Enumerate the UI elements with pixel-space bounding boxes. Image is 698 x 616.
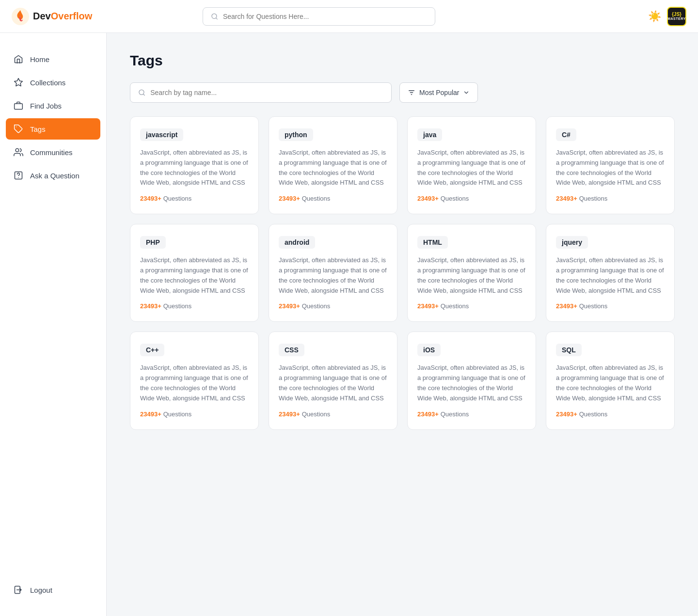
tag-count: 23493+ Questions xyxy=(140,302,249,310)
tag-card[interactable]: iOS JavaScript, often abbreviated as JS,… xyxy=(407,332,536,429)
tag-count-number: 23493+ xyxy=(556,411,577,418)
global-search[interactable] xyxy=(203,7,435,26)
tag-count: 23493+ Questions xyxy=(556,411,665,418)
tag-count-number: 23493+ xyxy=(417,411,439,418)
sidebar-nav: Home Collections Find Jobs xyxy=(0,48,106,579)
tag-card[interactable]: C++ JavaScript, often abbreviated as JS,… xyxy=(130,332,259,429)
js-mastery-badge: {JS} MASTERY xyxy=(667,7,686,26)
tag-count-number: 23493+ xyxy=(140,302,161,310)
page-title: Tags xyxy=(130,52,675,69)
briefcase-icon xyxy=(14,101,23,111)
tag-card[interactable]: jquery JavaScript, often abbreviated as … xyxy=(546,224,675,322)
sidebar-item-tags-label: Tags xyxy=(30,125,46,133)
sidebar-item-logout-label: Logout xyxy=(30,586,52,594)
tag-count-label: Questions xyxy=(302,411,331,418)
tag-count-label: Questions xyxy=(441,411,469,418)
tag-count: 23493+ Questions xyxy=(279,302,387,310)
tag-count: 23493+ Questions xyxy=(279,411,387,418)
star-icon xyxy=(14,78,23,87)
tag-card[interactable]: javascript JavaScript, often abbreviated… xyxy=(130,116,259,214)
logo-overflow: Overflow xyxy=(51,11,93,21)
layout: Home Collections Find Jobs xyxy=(0,0,698,616)
tag-name: python xyxy=(279,128,313,141)
tag-count: 23493+ Questions xyxy=(556,302,665,310)
tag-card[interactable]: python JavaScript, often abbreviated as … xyxy=(269,116,397,214)
tag-search-input[interactable] xyxy=(150,89,383,96)
sidebar-item-ask-question[interactable]: Ask a Question xyxy=(6,165,100,186)
tag-count-label: Questions xyxy=(163,302,192,310)
tag-name: C++ xyxy=(140,344,164,356)
sidebar-item-home[interactable]: Home xyxy=(6,48,100,70)
theme-toggle-icon[interactable]: ☀️ xyxy=(648,10,661,23)
tag-count: 23493+ Questions xyxy=(279,195,387,202)
tag-count-label: Questions xyxy=(579,195,608,202)
tag-count-number: 23493+ xyxy=(279,411,300,418)
svg-point-6 xyxy=(16,149,19,152)
tag-name: java xyxy=(417,128,442,141)
tag-name: SQL xyxy=(556,344,582,356)
sidebar-item-find-jobs-label: Find Jobs xyxy=(30,102,62,110)
chevron-down-icon xyxy=(463,89,470,96)
tag-count-number: 23493+ xyxy=(556,195,577,202)
tag-name: HTML xyxy=(417,236,448,249)
tag-card[interactable]: PHP JavaScript, often abbreviated as JS,… xyxy=(130,224,259,322)
tag-icon xyxy=(14,124,23,134)
tag-description: JavaScript, often abbreviated as JS, is … xyxy=(417,148,526,188)
home-icon xyxy=(14,54,23,64)
logo[interactable]: DevOverflow xyxy=(12,8,92,25)
svg-line-12 xyxy=(143,94,145,95)
tag-description: JavaScript, often abbreviated as JS, is … xyxy=(556,363,665,403)
tag-count-label: Questions xyxy=(441,195,469,202)
sidebar-item-collections[interactable]: Collections xyxy=(6,72,100,93)
tag-name: android xyxy=(279,236,315,249)
tag-count-label: Questions xyxy=(579,411,608,418)
global-search-input[interactable] xyxy=(223,13,427,20)
tag-description: JavaScript, often abbreviated as JS, is … xyxy=(279,363,387,403)
tag-name: CSS xyxy=(279,344,304,356)
sidebar-item-communities-label: Communities xyxy=(30,148,73,157)
main-content: Tags Most Popular javascript xyxy=(107,33,698,616)
logo-dev: Dev xyxy=(33,11,51,21)
tag-card[interactable]: SQL JavaScript, often abbreviated as JS,… xyxy=(546,332,675,429)
tag-card[interactable]: CSS JavaScript, often abbreviated as JS,… xyxy=(269,332,397,429)
sidebar-item-find-jobs[interactable]: Find Jobs xyxy=(6,95,100,116)
tag-count-number: 23493+ xyxy=(417,302,439,310)
tag-count: 23493+ Questions xyxy=(417,195,526,202)
logo-icon xyxy=(12,8,29,25)
sidebar-item-tags[interactable]: Tags xyxy=(6,118,100,140)
tag-count-label: Questions xyxy=(302,195,331,202)
tag-description: JavaScript, often abbreviated as JS, is … xyxy=(140,255,249,296)
filter-label: Most Popular xyxy=(419,89,459,96)
tag-count-number: 23493+ xyxy=(417,195,439,202)
sidebar: Home Collections Find Jobs xyxy=(0,33,107,616)
tag-count-number: 23493+ xyxy=(140,411,161,418)
sidebar-item-home-label: Home xyxy=(30,55,49,63)
tag-card[interactable]: C# JavaScript, often abbreviated as JS, … xyxy=(546,116,675,214)
tag-count: 23493+ Questions xyxy=(417,411,526,418)
svg-line-2 xyxy=(216,17,217,19)
tag-card[interactable]: HTML JavaScript, often abbreviated as JS… xyxy=(407,224,536,322)
tag-count-label: Questions xyxy=(302,302,331,310)
sidebar-item-communities[interactable]: Communities xyxy=(6,142,100,163)
tag-card[interactable]: android JavaScript, often abbreviated as… xyxy=(269,224,397,322)
tag-count: 23493+ Questions xyxy=(140,195,249,202)
tag-description: JavaScript, often abbreviated as JS, is … xyxy=(556,148,665,188)
search-icon xyxy=(211,13,218,20)
sidebar-bottom: Logout xyxy=(0,579,106,600)
tag-description: JavaScript, often abbreviated as JS, is … xyxy=(279,255,387,296)
tag-search[interactable] xyxy=(130,82,392,103)
tag-count-label: Questions xyxy=(163,195,192,202)
filter-button[interactable]: Most Popular xyxy=(399,82,478,103)
tag-count-number: 23493+ xyxy=(140,195,161,202)
sidebar-item-collections-label: Collections xyxy=(30,79,65,87)
tag-count: 23493+ Questions xyxy=(140,411,249,418)
tag-name: jquery xyxy=(556,236,588,249)
tag-description: JavaScript, often abbreviated as JS, is … xyxy=(556,255,665,296)
tag-count-number: 23493+ xyxy=(556,302,577,310)
svg-rect-4 xyxy=(15,104,23,110)
sidebar-item-logout[interactable]: Logout xyxy=(6,579,100,600)
svg-marker-3 xyxy=(15,79,23,86)
tag-card[interactable]: java JavaScript, often abbreviated as JS… xyxy=(407,116,536,214)
tag-count-number: 23493+ xyxy=(279,302,300,310)
logout-icon xyxy=(14,585,23,595)
